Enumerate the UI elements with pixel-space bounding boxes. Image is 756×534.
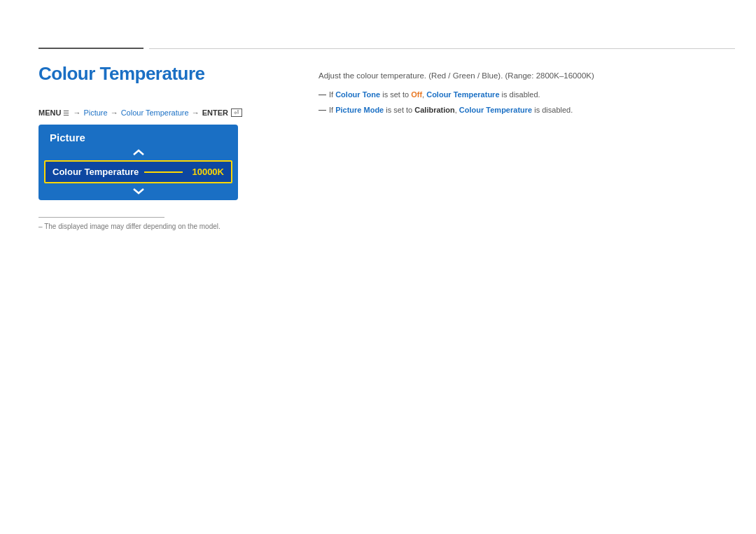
slider-line bbox=[144, 171, 183, 173]
arrow-3: → bbox=[192, 108, 200, 117]
arrow-1: → bbox=[73, 108, 80, 117]
description-text: Adjust the colour temperature. (Red / Gr… bbox=[318, 70, 735, 82]
right-content: Adjust the colour temperature. (Red / Gr… bbox=[318, 70, 735, 119]
page-title: Colour Temperature bbox=[38, 63, 205, 85]
arrow-2: → bbox=[111, 108, 118, 117]
enter-label: ENTER bbox=[202, 108, 228, 117]
colour-temp-term-2: Colour Temperature bbox=[459, 106, 532, 114]
note-line-2: — If Picture Mode is set to Calibration,… bbox=[318, 104, 735, 116]
menu-keyword: MENU bbox=[38, 108, 61, 117]
enter-icon: ⏎ bbox=[231, 108, 242, 117]
menu-icon: ☰ bbox=[63, 109, 69, 117]
note-line-1: — If Colour Tone is set to Off, Colour T… bbox=[318, 89, 735, 101]
colour-temp-term-1: Colour Temperature bbox=[426, 90, 499, 99]
menu-path: MENU ☰ → Picture → Colour Temperature → … bbox=[38, 108, 242, 117]
menu-path-colour-temp: Colour Temperature bbox=[121, 108, 189, 117]
chevron-up[interactable] bbox=[38, 148, 238, 159]
note-dash-1: — bbox=[318, 89, 326, 101]
note-dash-2: — bbox=[318, 104, 326, 116]
menu-item-label: Colour Temperature bbox=[52, 167, 139, 177]
menu-path-picture: Picture bbox=[83, 108, 107, 117]
chevron-down[interactable] bbox=[38, 185, 238, 200]
slider-track bbox=[144, 171, 186, 173]
picture-menu: Picture Colour Temperature 10000K bbox=[38, 125, 238, 200]
top-rule bbox=[38, 48, 735, 49]
colour-tone-term: Colour Tone bbox=[335, 90, 380, 99]
note-text-1: If Colour Tone is set to Off, Colour Tem… bbox=[329, 89, 540, 101]
menu-item-value: 10000K bbox=[192, 167, 224, 177]
off-term: Off bbox=[411, 90, 422, 99]
note-text-2: If Picture Mode is set to Calibration, C… bbox=[329, 104, 573, 116]
bottom-rule bbox=[38, 217, 164, 218]
picture-mode-term: Picture Mode bbox=[335, 106, 384, 114]
colour-temperature-menu-item[interactable]: Colour Temperature 10000K bbox=[44, 160, 232, 183]
bottom-note: – The displayed image may differ dependi… bbox=[38, 223, 220, 230]
calibration-term: Calibration bbox=[414, 106, 454, 114]
picture-menu-header: Picture bbox=[38, 125, 238, 148]
